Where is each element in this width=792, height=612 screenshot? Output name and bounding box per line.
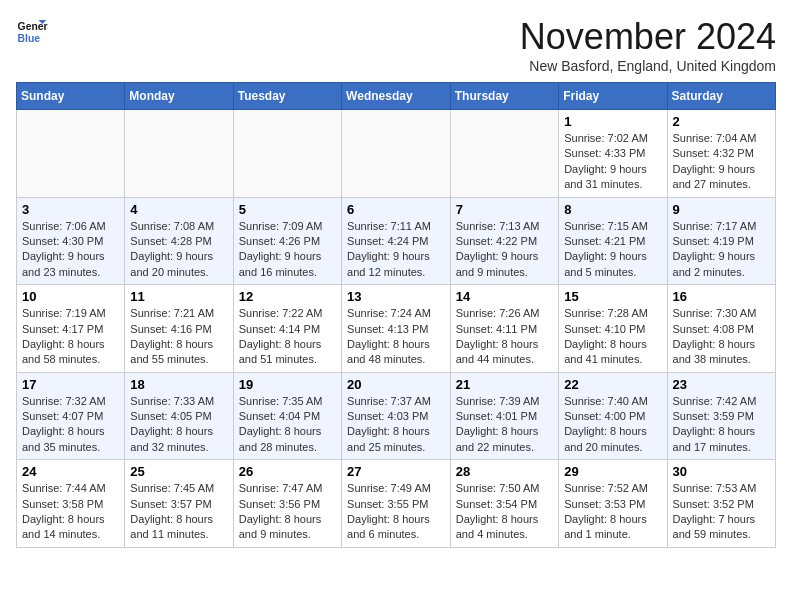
day-info: Sunrise: 7:06 AM Sunset: 4:30 PM Dayligh… xyxy=(22,219,119,281)
day-number: 21 xyxy=(456,377,553,392)
logo: General Blue xyxy=(16,16,48,48)
calendar-week-5: 24Sunrise: 7:44 AM Sunset: 3:58 PM Dayli… xyxy=(17,460,776,548)
day-number: 10 xyxy=(22,289,119,304)
calendar-cell xyxy=(450,110,558,198)
calendar-cell: 24Sunrise: 7:44 AM Sunset: 3:58 PM Dayli… xyxy=(17,460,125,548)
calendar-cell: 4Sunrise: 7:08 AM Sunset: 4:28 PM Daylig… xyxy=(125,197,233,285)
weekday-header-monday: Monday xyxy=(125,83,233,110)
calendar-cell: 27Sunrise: 7:49 AM Sunset: 3:55 PM Dayli… xyxy=(342,460,451,548)
calendar-cell: 11Sunrise: 7:21 AM Sunset: 4:16 PM Dayli… xyxy=(125,285,233,373)
svg-text:Blue: Blue xyxy=(18,33,41,44)
day-info: Sunrise: 7:28 AM Sunset: 4:10 PM Dayligh… xyxy=(564,306,661,368)
day-info: Sunrise: 7:49 AM Sunset: 3:55 PM Dayligh… xyxy=(347,481,445,543)
day-info: Sunrise: 7:02 AM Sunset: 4:33 PM Dayligh… xyxy=(564,131,661,193)
day-number: 11 xyxy=(130,289,227,304)
svg-text:General: General xyxy=(18,21,48,32)
day-info: Sunrise: 7:33 AM Sunset: 4:05 PM Dayligh… xyxy=(130,394,227,456)
calendar-cell: 29Sunrise: 7:52 AM Sunset: 3:53 PM Dayli… xyxy=(559,460,667,548)
calendar-cell: 23Sunrise: 7:42 AM Sunset: 3:59 PM Dayli… xyxy=(667,372,775,460)
day-number: 13 xyxy=(347,289,445,304)
location: New Basford, England, United Kingdom xyxy=(520,58,776,74)
day-number: 3 xyxy=(22,202,119,217)
day-info: Sunrise: 7:26 AM Sunset: 4:11 PM Dayligh… xyxy=(456,306,553,368)
day-info: Sunrise: 7:21 AM Sunset: 4:16 PM Dayligh… xyxy=(130,306,227,368)
month-title: November 2024 xyxy=(520,16,776,58)
day-number: 17 xyxy=(22,377,119,392)
day-number: 8 xyxy=(564,202,661,217)
day-info: Sunrise: 7:13 AM Sunset: 4:22 PM Dayligh… xyxy=(456,219,553,281)
day-number: 14 xyxy=(456,289,553,304)
day-number: 24 xyxy=(22,464,119,479)
day-info: Sunrise: 7:22 AM Sunset: 4:14 PM Dayligh… xyxy=(239,306,336,368)
calendar-cell: 3Sunrise: 7:06 AM Sunset: 4:30 PM Daylig… xyxy=(17,197,125,285)
day-number: 22 xyxy=(564,377,661,392)
logo-icon: General Blue xyxy=(16,16,48,48)
calendar-cell: 12Sunrise: 7:22 AM Sunset: 4:14 PM Dayli… xyxy=(233,285,341,373)
weekday-header-wednesday: Wednesday xyxy=(342,83,451,110)
calendar-week-1: 1Sunrise: 7:02 AM Sunset: 4:33 PM Daylig… xyxy=(17,110,776,198)
day-number: 19 xyxy=(239,377,336,392)
day-number: 25 xyxy=(130,464,227,479)
day-info: Sunrise: 7:42 AM Sunset: 3:59 PM Dayligh… xyxy=(673,394,770,456)
day-number: 12 xyxy=(239,289,336,304)
weekday-header-saturday: Saturday xyxy=(667,83,775,110)
weekday-header-thursday: Thursday xyxy=(450,83,558,110)
day-info: Sunrise: 7:19 AM Sunset: 4:17 PM Dayligh… xyxy=(22,306,119,368)
day-number: 27 xyxy=(347,464,445,479)
day-number: 16 xyxy=(673,289,770,304)
weekday-header-tuesday: Tuesday xyxy=(233,83,341,110)
calendar-cell: 30Sunrise: 7:53 AM Sunset: 3:52 PM Dayli… xyxy=(667,460,775,548)
calendar-cell: 28Sunrise: 7:50 AM Sunset: 3:54 PM Dayli… xyxy=(450,460,558,548)
day-info: Sunrise: 7:11 AM Sunset: 4:24 PM Dayligh… xyxy=(347,219,445,281)
day-info: Sunrise: 7:45 AM Sunset: 3:57 PM Dayligh… xyxy=(130,481,227,543)
day-info: Sunrise: 7:09 AM Sunset: 4:26 PM Dayligh… xyxy=(239,219,336,281)
calendar-week-3: 10Sunrise: 7:19 AM Sunset: 4:17 PM Dayli… xyxy=(17,285,776,373)
calendar-cell: 19Sunrise: 7:35 AM Sunset: 4:04 PM Dayli… xyxy=(233,372,341,460)
calendar-cell xyxy=(125,110,233,198)
calendar-cell: 1Sunrise: 7:02 AM Sunset: 4:33 PM Daylig… xyxy=(559,110,667,198)
page-header: General Blue November 2024 New Basford, … xyxy=(16,16,776,74)
calendar-cell: 20Sunrise: 7:37 AM Sunset: 4:03 PM Dayli… xyxy=(342,372,451,460)
day-number: 20 xyxy=(347,377,445,392)
calendar-week-2: 3Sunrise: 7:06 AM Sunset: 4:30 PM Daylig… xyxy=(17,197,776,285)
day-info: Sunrise: 7:32 AM Sunset: 4:07 PM Dayligh… xyxy=(22,394,119,456)
calendar-cell: 10Sunrise: 7:19 AM Sunset: 4:17 PM Dayli… xyxy=(17,285,125,373)
day-info: Sunrise: 7:52 AM Sunset: 3:53 PM Dayligh… xyxy=(564,481,661,543)
calendar-cell: 7Sunrise: 7:13 AM Sunset: 4:22 PM Daylig… xyxy=(450,197,558,285)
calendar-cell: 21Sunrise: 7:39 AM Sunset: 4:01 PM Dayli… xyxy=(450,372,558,460)
calendar-cell xyxy=(342,110,451,198)
day-info: Sunrise: 7:44 AM Sunset: 3:58 PM Dayligh… xyxy=(22,481,119,543)
calendar-cell: 2Sunrise: 7:04 AM Sunset: 4:32 PM Daylig… xyxy=(667,110,775,198)
day-number: 18 xyxy=(130,377,227,392)
calendar-cell: 26Sunrise: 7:47 AM Sunset: 3:56 PM Dayli… xyxy=(233,460,341,548)
day-info: Sunrise: 7:40 AM Sunset: 4:00 PM Dayligh… xyxy=(564,394,661,456)
day-number: 5 xyxy=(239,202,336,217)
calendar-cell xyxy=(233,110,341,198)
calendar-cell: 13Sunrise: 7:24 AM Sunset: 4:13 PM Dayli… xyxy=(342,285,451,373)
calendar-cell: 8Sunrise: 7:15 AM Sunset: 4:21 PM Daylig… xyxy=(559,197,667,285)
calendar-cell: 14Sunrise: 7:26 AM Sunset: 4:11 PM Dayli… xyxy=(450,285,558,373)
day-number: 26 xyxy=(239,464,336,479)
day-number: 6 xyxy=(347,202,445,217)
day-info: Sunrise: 7:15 AM Sunset: 4:21 PM Dayligh… xyxy=(564,219,661,281)
day-number: 1 xyxy=(564,114,661,129)
title-block: November 2024 New Basford, England, Unit… xyxy=(520,16,776,74)
day-number: 30 xyxy=(673,464,770,479)
calendar-table: SundayMondayTuesdayWednesdayThursdayFrid… xyxy=(16,82,776,548)
day-info: Sunrise: 7:50 AM Sunset: 3:54 PM Dayligh… xyxy=(456,481,553,543)
calendar-week-4: 17Sunrise: 7:32 AM Sunset: 4:07 PM Dayli… xyxy=(17,372,776,460)
weekday-header-friday: Friday xyxy=(559,83,667,110)
day-number: 28 xyxy=(456,464,553,479)
day-info: Sunrise: 7:53 AM Sunset: 3:52 PM Dayligh… xyxy=(673,481,770,543)
calendar-cell: 9Sunrise: 7:17 AM Sunset: 4:19 PM Daylig… xyxy=(667,197,775,285)
calendar-cell: 18Sunrise: 7:33 AM Sunset: 4:05 PM Dayli… xyxy=(125,372,233,460)
calendar-cell: 22Sunrise: 7:40 AM Sunset: 4:00 PM Dayli… xyxy=(559,372,667,460)
day-info: Sunrise: 7:24 AM Sunset: 4:13 PM Dayligh… xyxy=(347,306,445,368)
day-number: 29 xyxy=(564,464,661,479)
day-info: Sunrise: 7:37 AM Sunset: 4:03 PM Dayligh… xyxy=(347,394,445,456)
calendar-cell: 17Sunrise: 7:32 AM Sunset: 4:07 PM Dayli… xyxy=(17,372,125,460)
calendar-cell: 6Sunrise: 7:11 AM Sunset: 4:24 PM Daylig… xyxy=(342,197,451,285)
calendar-cell: 15Sunrise: 7:28 AM Sunset: 4:10 PM Dayli… xyxy=(559,285,667,373)
calendar-cell xyxy=(17,110,125,198)
day-info: Sunrise: 7:17 AM Sunset: 4:19 PM Dayligh… xyxy=(673,219,770,281)
